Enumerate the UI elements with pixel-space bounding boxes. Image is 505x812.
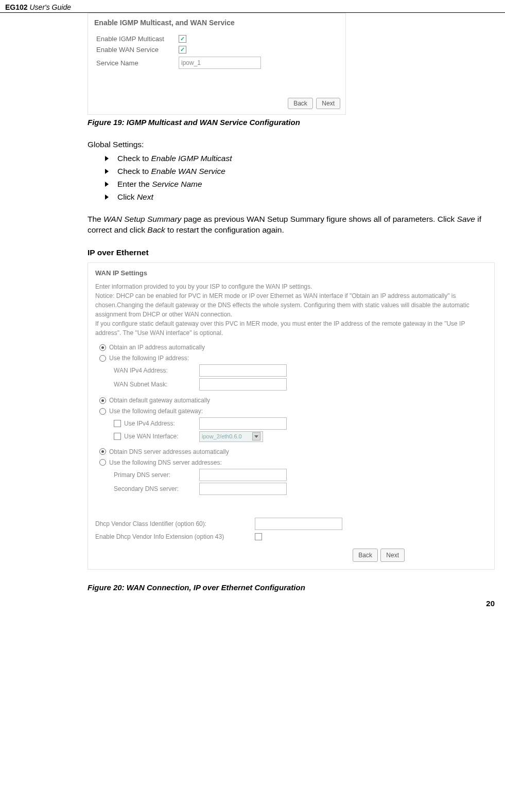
label-vendor60: Dhcp Vendor Class Identifier (option 60)… (95, 519, 255, 528)
input-service-name[interactable] (179, 57, 261, 69)
panel-title: Enable IGMP Multicast, and WAN Service (88, 13, 345, 30)
bullet-list: Check to Enable IGMP Multicast Check to … (88, 152, 495, 204)
checkbox-igmp[interactable] (179, 35, 186, 43)
wan-back-button[interactable]: Back (353, 549, 378, 562)
wan-heading: WAN IP Settings (95, 268, 487, 278)
igmp-wan-panel: Enable IGMP Multicast, and WAN Service E… (88, 13, 346, 115)
ip-over-ethernet-heading: IP over Ethernet (88, 248, 495, 257)
wan-next-button[interactable]: Next (380, 549, 405, 562)
list-item: Enter the Service Name (103, 178, 495, 191)
radio-static-dns[interactable] (99, 459, 106, 466)
wan-ip-settings-panel: WAN IP Settings Enter information provid… (88, 262, 495, 570)
next-button[interactable]: Next (316, 98, 340, 109)
label-auto-dns: Obtain DNS server addresses automaticall… (109, 447, 229, 456)
input-wan-ipv4[interactable] (199, 364, 287, 377)
select-wan-interface-value: ipow_2/eth0.6.0 (202, 432, 242, 441)
label-auto-gw: Obtain default gateway automatically (109, 396, 210, 405)
label-wan-mask: WAN Subnet Mask: (114, 380, 196, 389)
input-use-ipv4[interactable] (199, 417, 287, 430)
summary-paragraph: The WAN Setup Summary page as previous W… (88, 214, 495, 236)
radio-static-ip[interactable] (99, 355, 106, 362)
page-number: 20 (0, 597, 505, 611)
select-wan-interface[interactable]: ipow_2/eth0.6.0 (199, 431, 263, 442)
doc-title: User's Guide (29, 3, 71, 11)
global-settings-heading: Global Settings: (88, 140, 495, 149)
list-item: Check to Enable IGMP Multicast (103, 152, 495, 165)
label-use-wanif: Use WAN Interface: (124, 432, 196, 441)
label-secondary-dns: Secondary DNS server: (114, 484, 196, 493)
wan-intro1: Enter information provided to you by you… (95, 282, 487, 291)
figure20-caption: Figure 20: WAN Connection, IP over Ether… (88, 583, 495, 592)
checkbox-use-ipv4[interactable] (114, 420, 121, 427)
label-static-ip: Use the following IP address: (109, 354, 189, 363)
label-igmp: Enable IGMP Multicast (96, 35, 179, 43)
label-wan-service: Enable WAN Service (96, 46, 179, 54)
list-item: Check to Enable WAN Service (103, 165, 495, 178)
label-auto-ip: Obtain an IP address automatically (109, 343, 205, 352)
figure19-caption: Figure 19: IGMP Multicast and WAN Servic… (88, 118, 495, 127)
label-service-name: Service Name (96, 59, 179, 67)
radio-auto-dns[interactable] (99, 448, 106, 455)
radio-auto-ip[interactable] (99, 344, 106, 351)
back-button[interactable]: Back (288, 98, 313, 109)
label-primary-dns: Primary DNS server: (114, 470, 196, 480)
checkbox-wan-service[interactable] (179, 46, 186, 54)
chevron-down-icon (252, 432, 260, 440)
input-wan-mask[interactable] (199, 378, 287, 391)
label-vendor43: Enable Dhcp Vendor Info Extension (optio… (95, 532, 255, 541)
radio-auto-gw[interactable] (99, 397, 106, 404)
wan-intro2: Notice: DHCP can be enabled for PVC in M… (95, 291, 487, 319)
input-secondary-dns[interactable] (199, 483, 287, 495)
doc-header: EG102 User's Guide (0, 0, 505, 13)
input-vendor60[interactable] (255, 518, 342, 530)
label-static-dns: Use the following DNS server addresses: (109, 458, 222, 467)
radio-static-gw[interactable] (99, 408, 106, 415)
wan-intro3: If you configure static default gateway … (95, 319, 487, 338)
product-name: EG102 (5, 3, 28, 11)
list-item: Click Next (103, 191, 495, 204)
checkbox-vendor43[interactable] (255, 533, 262, 540)
label-wan-ipv4: WAN IPv4 Address: (114, 366, 196, 375)
label-use-ipv4: Use IPv4 Address: (124, 419, 196, 428)
checkbox-use-wanif[interactable] (114, 433, 121, 440)
input-primary-dns[interactable] (199, 469, 287, 481)
label-static-gw: Use the following default gateway: (109, 407, 203, 416)
